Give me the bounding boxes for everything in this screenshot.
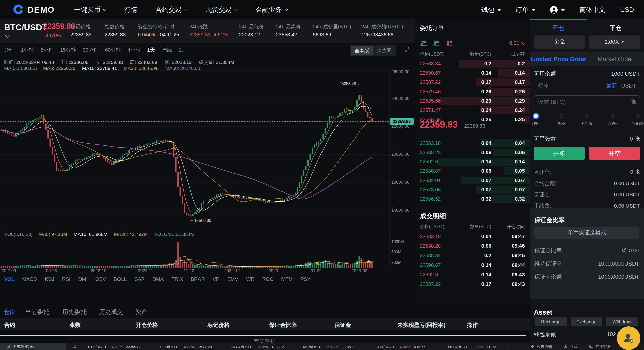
withdraw-button[interactable]: Withdraw: [606, 317, 638, 326]
positions-tab-1[interactable]: 当前委托: [25, 308, 49, 316]
orderbook-buy-row[interactable]: 22580.870.050.05: [415, 166, 530, 176]
logo[interactable]: DEMO: [13, 4, 55, 16]
amount-slider[interactable]: [536, 113, 638, 119]
indicator-tab-dmi[interactable]: DMI: [78, 276, 88, 282]
pair-stats-bar: BTC/USDT 22359.83 -4.61% 标记价格22359.83指数价…: [0, 19, 415, 43]
tab-market-order[interactable]: Market Order: [587, 52, 644, 66]
interval-tab-4[interactable]: 30分钟: [83, 47, 98, 53]
expand-icon[interactable]: [404, 46, 410, 54]
quantity-input[interactable]: [538, 98, 631, 105]
positions-tab-3[interactable]: 历史成交: [99, 308, 123, 316]
indicator-tab-macd[interactable]: MACD: [22, 276, 37, 282]
ticker-BTC/USDT[interactable]: BTC/USDT-4.61%22359.83: [79, 345, 150, 349]
nav-item-1[interactable]: 一键买币: [74, 5, 106, 14]
orderbook-sell-row[interactable]: 22587.220.170.17: [415, 78, 530, 87]
interval-tab-1[interactable]: 1分钟: [21, 47, 34, 53]
interval-tab-7[interactable]: 1天: [147, 47, 155, 53]
volume-legend: VOL(5,10,20)MA5: 97.18MMA10: 61.966MMA20…: [4, 231, 201, 238]
indicator-tab-vr[interactable]: VR: [213, 276, 220, 282]
indicator-tab-trix[interactable]: TRIX: [172, 276, 183, 282]
interval-tab-6[interactable]: 4小时: [128, 47, 140, 53]
orderbook-buy-row[interactable]: 22578.060.070.07: [415, 185, 530, 194]
nav-right-item-4[interactable]: 简体中文: [579, 5, 606, 14]
indicator-tab-vol[interactable]: VOL: [4, 276, 14, 282]
status-link-chat[interactable]: 在线客服: [589, 344, 611, 350]
interval-tab-2[interactable]: 5分钟: [41, 47, 53, 53]
price-input[interactable]: [538, 82, 606, 89]
view-tab-1[interactable]: 深度图: [373, 46, 395, 55]
orderbook-sell-row[interactable]: 22579.460.260.26: [415, 87, 530, 96]
pair-name[interactable]: BTC/USDT: [4, 22, 47, 32]
orderbook-sell-row[interactable]: 22588.840.20.2: [415, 59, 530, 68]
ticker-change: -6.12%: [326, 345, 338, 349]
slider-mark-0%[interactable]: [533, 113, 539, 119]
indicator-tab-roc[interactable]: ROC: [262, 276, 273, 282]
precision-dropdown[interactable]: 0.01: [509, 40, 525, 46]
nav-right-item-5[interactable]: USD: [620, 6, 634, 14]
orderbook-mode-bids-icon[interactable]: [433, 40, 440, 47]
interval-tab-9[interactable]: 1月: [179, 47, 186, 53]
positions-tab-4[interactable]: 资产: [135, 308, 147, 316]
orderbook-mode-asks-icon[interactable]: [446, 40, 453, 47]
indicator-tab-boll[interactable]: BOLL: [114, 276, 127, 282]
leverage-button[interactable]: 1.00X: [589, 35, 640, 49]
tab-limit-order[interactable]: Limited Price Order: [530, 52, 587, 66]
positions-tab-0[interactable]: 仓位: [3, 308, 15, 316]
indicator-tab-emv[interactable]: EMV: [227, 276, 238, 282]
nav-right-item-2[interactable]: 订单: [515, 5, 535, 14]
nav-item-3[interactable]: 合约交易: [155, 5, 187, 14]
slider-mark-50%[interactable]: [585, 114, 589, 118]
slider-mark-75%[interactable]: [611, 114, 615, 118]
indicator-tab-wr[interactable]: WR: [246, 276, 254, 282]
view-tab-0[interactable]: 基本版: [351, 46, 373, 55]
single-margin-mode-button[interactable]: 单币保证金模式: [534, 227, 639, 239]
indicator-tab-dma[interactable]: DMA: [152, 276, 164, 282]
open-short-button[interactable]: 开空: [589, 147, 640, 160]
interval-tab-0[interactable]: 分时: [4, 47, 14, 53]
tab-close-position[interactable]: 平仓: [587, 22, 644, 33]
latest-price-button[interactable]: 最新: [606, 82, 617, 90]
exchange-button[interactable]: Exchange: [571, 317, 602, 326]
interval-tab-8[interactable]: 周线: [162, 47, 172, 53]
nav-user-menu[interactable]: [550, 6, 565, 14]
horizontal-scrollbar[interactable]: [0, 335, 526, 336]
tab-open-position[interactable]: 开仓: [530, 22, 587, 33]
nav-right-item-1[interactable]: 钱包: [481, 5, 501, 14]
orderbook-mode-both-icon[interactable]: [420, 40, 427, 47]
open-long-button[interactable]: 开多: [534, 147, 585, 160]
nav-item-4[interactable]: 现货交易: [206, 5, 237, 14]
indicator-tab-mtm[interactable]: MTM: [281, 276, 293, 282]
nav-item-2[interactable]: 行情: [124, 5, 137, 14]
positions-tab-2[interactable]: 历史委托: [62, 308, 87, 316]
indicator-tab-psy[interactable]: PSY: [300, 276, 310, 282]
indicator-tab-sar[interactable]: SAR: [134, 276, 145, 282]
interval-tab-5[interactable]: 60分钟: [105, 47, 121, 53]
orderbook-buy-row[interactable]: 22586.520.320.32: [415, 194, 530, 204]
orderbook-buy-row[interactable]: 22582.010.070.07: [415, 176, 530, 185]
orderbook-sell-row[interactable]: 22571.470.240.24: [415, 106, 530, 115]
ticker-NEO/USDT[interactable]: NEO/USDT-2.85%11.92: [436, 345, 508, 349]
nav-item-5[interactable]: 金融业务: [256, 5, 288, 14]
indicator-tab-rsi[interactable]: RSI: [62, 276, 70, 282]
margin-mode-button[interactable]: 全仓: [534, 35, 585, 49]
status-link-download[interactable]: 下载: [563, 344, 578, 350]
orderbook-buy-row[interactable]: 22592.60.140.14: [415, 157, 530, 166]
ticker-ALGO/USDT[interactable]: ALGO/USDT-3.36%0.2332: [222, 345, 293, 349]
customer-service-button[interactable]: [617, 326, 640, 350]
interval-tab-3[interactable]: 15分钟: [60, 47, 76, 53]
orderbook-sell-row[interactable]: 22585.660.290.29: [415, 96, 530, 106]
orderbook-sell-row[interactable]: 22590.670.140.14: [415, 68, 530, 78]
indicator-tab-brar[interactable]: BRAR: [191, 276, 205, 282]
ticker-MLN/USDT[interactable]: MLN/USDT-6.12%23.8511: [293, 345, 365, 349]
indicator-tab-obv[interactable]: OBV: [95, 276, 106, 282]
ticker-ETH/USDT[interactable]: ETH/USDT-4.33%1572.23: [150, 345, 222, 349]
slider-mark-100%[interactable]: [636, 114, 640, 118]
slider-mark-25%[interactable]: [559, 114, 564, 118]
status-link-megaphone[interactable]: 公告通知: [530, 344, 552, 350]
orderbook-buy-row[interactable]: 22588.280.060.06: [415, 148, 530, 157]
recharge-button[interactable]: Recharge: [535, 317, 567, 326]
chevron-down-icon[interactable]: [5, 33, 9, 38]
orderbook-buy-row[interactable]: 22583.180.040.04: [415, 139, 530, 148]
ticker-DOT/USDT[interactable]: DOT/USDT-4.09%6.0277: [365, 345, 436, 349]
indicator-tab-kdj[interactable]: KDJ: [45, 276, 54, 282]
